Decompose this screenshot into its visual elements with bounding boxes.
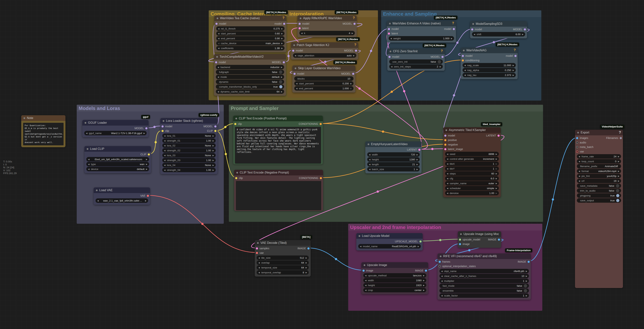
increment-arrow-icon[interactable]: ▶	[146, 158, 148, 160]
collapse-dot-icon[interactable]	[446, 129, 447, 131]
increment-arrow-icon[interactable]: ▶	[512, 69, 514, 71]
increment-arrow-icon[interactable]: ▶	[352, 32, 353, 34]
wire-midpoint-dot[interactable]	[225, 153, 227, 155]
widget-cache_device[interactable]: ◀cache_devicemain_device▶	[216, 41, 284, 46]
decrement-arrow-icon[interactable]: ◀	[258, 266, 260, 269]
decrement-arrow-icon[interactable]: ◀	[365, 284, 366, 286]
increment-arrow-icon[interactable]: ▶	[416, 163, 418, 166]
node-gguf[interactable]: GGUF LoaderMODEL◀gguf_nameWan2.1-T2V-1.3…	[82, 120, 148, 137]
widget-type[interactable]: ◀typewan▶	[86, 162, 149, 166]
input-port-model[interactable]	[388, 56, 390, 58]
help-icon[interactable]: ?	[441, 49, 443, 53]
node-vaedecode[interactable]: VAE Decode (Tiled)samplesIMAGEvae◀tile_s…	[255, 240, 310, 276]
decrement-arrow-icon[interactable]: ◀	[295, 54, 296, 56]
output-port-model[interactable]	[283, 23, 285, 25]
increment-arrow-icon[interactable]: ▶	[416, 158, 418, 160]
increment-arrow-icon[interactable]: ▶	[423, 289, 424, 291]
increment-arrow-icon[interactable]: ▶	[212, 150, 214, 152]
output-port-MODEL[interactable]	[442, 56, 444, 58]
toggle-pingpong[interactable]	[616, 194, 619, 197]
widget-start_percent[interactable]: ◀start_percent0.60▶	[216, 31, 284, 36]
widget-cfg[interactable]: ◀cfg6.0▶	[445, 176, 499, 181]
increment-arrow-icon[interactable]: ▶	[451, 38, 452, 40]
decrement-arrow-icon[interactable]: ◀	[447, 172, 448, 175]
increment-arrow-icon[interactable]: ▶	[146, 163, 148, 165]
output-port-CLIP[interactable]	[148, 154, 150, 156]
widget-save_metadata[interactable]: save_metadatafalse	[577, 184, 621, 188]
collapse-dot-icon[interactable]	[390, 50, 391, 52]
decrement-arrow-icon[interactable]: ◀	[447, 182, 448, 184]
collapse-dot-icon[interactable]	[463, 50, 464, 51]
increment-arrow-icon[interactable]: ▶	[212, 140, 214, 142]
output-port-LATENT[interactable]	[418, 149, 420, 151]
widget-k[interactable]: ◀k4▶	[299, 31, 355, 35]
increment-arrow-icon[interactable]: ▶	[618, 156, 619, 158]
collapse-dot-icon[interactable]	[163, 120, 164, 122]
input-port-model[interactable]	[388, 28, 390, 30]
input-port-clip[interactable]	[234, 123, 236, 125]
decrement-arrow-icon[interactable]: ◀	[578, 156, 580, 158]
widget-end_percent[interactable]: ◀end_percent1.000▶	[294, 86, 354, 90]
input-port-samples[interactable]	[256, 248, 258, 250]
increment-arrow-icon[interactable]: ▶	[526, 270, 527, 272]
widget-compile_transformer_blocks_only[interactable]: compile_transformer_blocks_onlytrue	[216, 84, 284, 89]
increment-arrow-icon[interactable]: ▶	[496, 158, 497, 160]
output-port-CLIP[interactable]	[214, 130, 216, 132]
widget-filename_prefix[interactable]: filename_prefixAnimateDiff	[577, 164, 621, 168]
widget-upscale_method[interactable]: ◀upscale_methodlanczos▶	[363, 273, 426, 278]
increment-arrow-icon[interactable]: ▶	[512, 74, 514, 76]
widget-fast_mode[interactable]: fast_modefalse	[440, 284, 529, 288]
increment-arrow-icon[interactable]: ▶	[496, 168, 497, 170]
node-header[interactable]: Patch Sage Attention KJ?	[291, 42, 358, 48]
input-port-clip[interactable]	[235, 177, 237, 179]
node-torchcompile[interactable]: TorchCompileModelWanVideoV2modelMODEL◀ba…	[214, 54, 286, 96]
input-port-model[interactable]	[444, 134, 446, 137]
node-header[interactable]: Skip Layer Guidance WanVideo	[292, 66, 356, 71]
node-neg[interactable]: CLIP Text Encode (Negative Prompt)clipCO…	[234, 170, 323, 210]
collapse-dot-icon[interactable]	[257, 242, 259, 244]
help-icon[interactable]: ?	[353, 16, 355, 20]
increment-arrow-icon[interactable]: ▶	[281, 42, 283, 44]
collapse-dot-icon[interactable]	[295, 68, 296, 69]
node-upscalemodelapply[interactable]: Upscale Image (using Model)upscale_model…	[458, 231, 501, 248]
decrement-arrow-icon[interactable]: ◀	[464, 69, 466, 71]
node-ksampler[interactable]: Asymmetric Tiled KSamplermodelLATENTposi…	[443, 127, 501, 197]
increment-arrow-icon[interactable]: ▶	[418, 245, 419, 248]
decrement-arrow-icon[interactable]: ◀	[360, 245, 362, 248]
help-icon[interactable]: ?	[354, 43, 356, 47]
increment-arrow-icon[interactable]: ▶	[350, 88, 352, 90]
output-port-Filenames[interactable]	[620, 137, 622, 139]
decrement-arrow-icon[interactable]: ◀	[464, 74, 466, 76]
decrement-arrow-icon[interactable]: ◀	[164, 159, 166, 161]
node-enhance[interactable]: WanVideo Enhance A Video (native)?modelm…	[387, 21, 456, 42]
input-port-model[interactable]	[216, 23, 218, 25]
node-cfgzero[interactable]: CFG Zero Star/Init?modelMODELuse_zero_in…	[387, 48, 445, 71]
increment-arrow-icon[interactable]: ▶	[496, 187, 497, 189]
widget-lora_01[interactable]: ◀lora_01None▶	[162, 134, 216, 138]
node-note[interactable]: NoteFor Quantization: Q5_k_m is proabaly…	[21, 115, 66, 147]
input-port-model[interactable]	[162, 126, 164, 128]
widget-pix_fmt[interactable]: ◀pix_fmtyuv420p▶	[577, 174, 621, 178]
decrement-arrow-icon[interactable]: ◀	[447, 158, 448, 160]
node-header[interactable]: Lora Loader Stack (rgthree)	[160, 118, 218, 124]
node-riflex[interactable]: Apply RifleXRoPE WanVideo?modelMODELlate…	[298, 16, 357, 37]
input-port-meta_batch[interactable]	[576, 146, 578, 148]
widget-scheduler[interactable]: ◀schedulersimple▶	[445, 186, 499, 190]
increment-arrow-icon[interactable]: ▶	[526, 275, 527, 277]
widget-ensemble[interactable]: ensemblefalse	[440, 288, 529, 293]
widget-width[interactable]: ◀width720▶	[367, 152, 420, 157]
decrement-arrow-icon[interactable]: ◀	[218, 42, 220, 44]
increment-arrow-icon[interactable]: ▶	[146, 168, 148, 170]
decrement-arrow-icon[interactable]: ◀	[441, 280, 442, 282]
input-port-vae[interactable]	[576, 150, 578, 153]
input-port-model[interactable]	[471, 28, 473, 30]
widget-fullgraph[interactable]: fullgraphfalse	[216, 70, 284, 74]
increment-arrow-icon[interactable]: ▶	[306, 266, 307, 269]
increment-arrow-icon[interactable]: ▶	[212, 169, 214, 171]
output-port-CONDITIONING[interactable]	[320, 123, 322, 125]
output-port-UPSCALE_MODEL[interactable]	[420, 240, 422, 242]
widget-length[interactable]: ◀length21▶	[367, 162, 420, 166]
widget-value[interactable]: ◀wan_2.1_vae_fp8_e4m3fn.safet ...▶	[96, 198, 148, 203]
decrement-arrow-icon[interactable]: ◀	[218, 47, 220, 49]
decrement-arrow-icon[interactable]: ◀	[218, 32, 220, 34]
